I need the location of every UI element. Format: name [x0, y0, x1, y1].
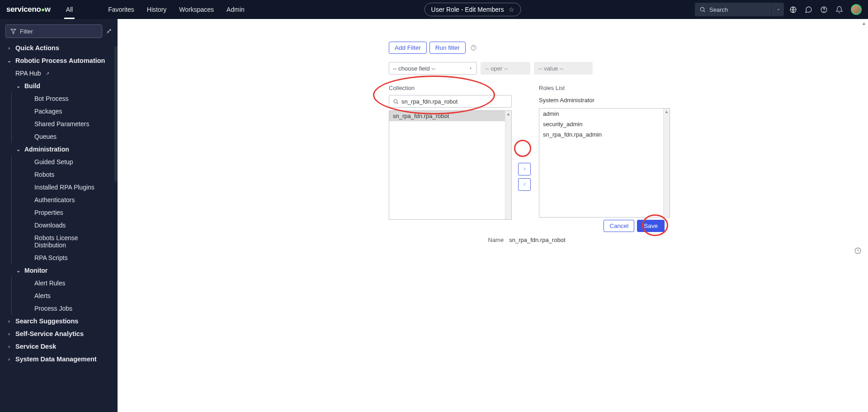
- help-icon[interactable]: [820, 6, 830, 14]
- roles-list-item[interactable]: security_admin: [539, 119, 670, 129]
- side-filter-input[interactable]: Filter: [5, 24, 102, 38]
- nav-administration-label: Administration: [24, 146, 69, 153]
- lists-row: Collection sn_rpa_fdn.rpa_robot ▲: [389, 85, 678, 220]
- svg-point-0: [700, 7, 704, 11]
- nav-shared-params-label: Shared Parameters: [34, 120, 89, 128]
- avatar[interactable]: [851, 4, 862, 15]
- collection-search-input[interactable]: [389, 95, 512, 108]
- bell-icon[interactable]: [835, 6, 845, 14]
- nav-rpa-scripts-label: RPA Scripts: [34, 254, 68, 261]
- search-icon: [699, 6, 706, 13]
- clock-icon[interactable]: [854, 247, 862, 255]
- globe-icon[interactable]: [789, 6, 799, 14]
- filter-condition-row: -- choose field -- -- oper -- -- value -…: [389, 62, 678, 75]
- nav-guided-setup[interactable]: Guided Setup: [12, 156, 118, 168]
- nav-packages[interactable]: Packages: [12, 105, 118, 118]
- search-icon: [393, 99, 399, 104]
- roles-list-item[interactable]: admin: [539, 109, 670, 119]
- nav-robots-label: Robots: [34, 171, 54, 178]
- funnel-icon: [10, 28, 16, 34]
- nav-quick-actions[interactable]: › Quick Actions: [0, 42, 118, 54]
- side-filter-row: Filter: [0, 19, 118, 42]
- nav-authenticators[interactable]: Authenticators: [12, 194, 118, 206]
- scrollbar[interactable]: ▲: [505, 111, 511, 219]
- help-circle-icon[interactable]: [470, 44, 477, 51]
- choose-field-select[interactable]: -- choose field --: [389, 62, 477, 75]
- nav-bot-process[interactable]: Bot Process: [12, 92, 118, 105]
- collection-search-field[interactable]: [401, 98, 508, 105]
- roles-listbox[interactable]: admin security_admin sn_rpa_fdn.rpa_admi…: [539, 108, 670, 218]
- move-right-button[interactable]: [518, 163, 531, 175]
- operator-field: -- oper --: [481, 62, 530, 75]
- save-button[interactable]: Save: [637, 220, 665, 232]
- nav-build[interactable]: ⌄ Build: [0, 80, 118, 92]
- nav-system-data-mgmt[interactable]: › System Data Management: [0, 353, 118, 365]
- svg-line-8: [397, 103, 398, 104]
- nav-favorites[interactable]: Favorites: [102, 0, 141, 19]
- name-row: Name sn_rpa_fdn.rpa_robot: [389, 237, 665, 243]
- nav-queues-label: Queues: [34, 133, 57, 140]
- nav-robots[interactable]: Robots: [12, 168, 118, 181]
- context-pill-label: User Role - Edit Members: [431, 6, 504, 13]
- nav-alerts[interactable]: Alerts: [12, 289, 118, 302]
- star-icon[interactable]: ☆: [509, 6, 514, 13]
- nav-build-label: Build: [24, 82, 40, 90]
- move-left-button[interactable]: [518, 178, 531, 191]
- nav-search-suggestions-label: Search Suggestions: [15, 317, 78, 325]
- scrollbar[interactable]: ▲: [663, 109, 670, 217]
- nav-administration[interactable]: ⌄ Administration: [0, 143, 118, 156]
- nav-properties[interactable]: Properties: [12, 206, 118, 219]
- global-search-dropdown[interactable]: [772, 3, 784, 16]
- nav-service-desk-label: Service Desk: [15, 343, 56, 350]
- chevron-down-icon: ⌄: [15, 147, 21, 152]
- collection-list-item[interactable]: sn_rpa_fdn.rpa_robot: [389, 111, 511, 121]
- main: ▲ Add Filter Run filter -- choose field …: [118, 19, 868, 412]
- pin-icon[interactable]: [106, 28, 112, 34]
- roles-list-item[interactable]: sn_rpa_fdn.rpa_admin: [539, 129, 670, 140]
- nav-process-jobs-label: Process Jobs: [34, 305, 72, 312]
- nav-service-desk[interactable]: › Service Desk: [0, 340, 118, 353]
- collection-listbox[interactable]: sn_rpa_fdn.rpa_robot ▲: [389, 110, 512, 220]
- nav-rpa-hub-label: RPA Hub: [15, 70, 41, 77]
- nav-admin[interactable]: Admin: [220, 0, 251, 19]
- chat-icon[interactable]: [805, 6, 815, 14]
- run-filter-button[interactable]: Run filter: [429, 42, 466, 54]
- nav-license-dist[interactable]: Robots License Distribution: [12, 232, 118, 251]
- global-search[interactable]: Search: [695, 3, 772, 16]
- nav-rpa-hub[interactable]: RPA Hub ↗: [0, 67, 118, 80]
- nav-all[interactable]: All: [60, 0, 80, 19]
- nav-process-jobs[interactable]: Process Jobs: [12, 302, 118, 315]
- nav-workspaces[interactable]: Workspaces: [173, 0, 220, 19]
- nav-monitor[interactable]: ⌄ Monitor: [0, 264, 118, 277]
- choose-field-label: -- choose field --: [393, 65, 435, 72]
- nav-rpa-root[interactable]: ⌄ Robotic Process Automation: [0, 54, 118, 67]
- chevron-right-icon: ›: [6, 344, 12, 349]
- roles-column: Roles List System Administrator admin se…: [539, 85, 670, 220]
- external-link-icon: ↗: [46, 71, 49, 76]
- nav-self-service-analytics[interactable]: › Self-Service Analytics: [0, 327, 118, 340]
- top-nav-secondary: Favorites History Workspaces Admin: [102, 0, 251, 19]
- nav-packages-label: Packages: [34, 108, 62, 115]
- nav-rpa-scripts[interactable]: RPA Scripts: [12, 251, 118, 264]
- nav-alert-rules[interactable]: Alert Rules: [12, 277, 118, 289]
- nav-monitor-label: Monitor: [24, 267, 47, 274]
- scroll-up-icon[interactable]: ▲: [862, 21, 866, 26]
- cancel-button[interactable]: Cancel: [604, 220, 634, 232]
- svg-point-6: [473, 49, 474, 49]
- svg-line-1: [704, 11, 705, 12]
- nav-queues[interactable]: Queues: [12, 130, 118, 143]
- nav-history[interactable]: History: [141, 0, 173, 19]
- scroll-up-icon[interactable]: ▲: [505, 111, 511, 117]
- nav-downloads[interactable]: Downloads: [12, 219, 118, 232]
- nav-shared-params[interactable]: Shared Parameters: [12, 118, 118, 130]
- top-bar: servicenow All Favorites History Workspa…: [0, 0, 868, 19]
- collection-label: Collection: [389, 85, 512, 91]
- filter-buttons: Add Filter Run filter: [389, 42, 678, 54]
- svg-point-4: [824, 11, 824, 11]
- nav-search-suggestions[interactable]: › Search Suggestions: [0, 315, 118, 327]
- chevron-right-icon: ›: [6, 45, 12, 51]
- add-filter-button[interactable]: Add Filter: [389, 42, 427, 54]
- scroll-up-icon[interactable]: ▲: [664, 109, 670, 115]
- nav-installed-plugins[interactable]: Installed RPA Plugins: [12, 181, 118, 194]
- context-pill[interactable]: User Role - Edit Members ☆: [425, 3, 521, 16]
